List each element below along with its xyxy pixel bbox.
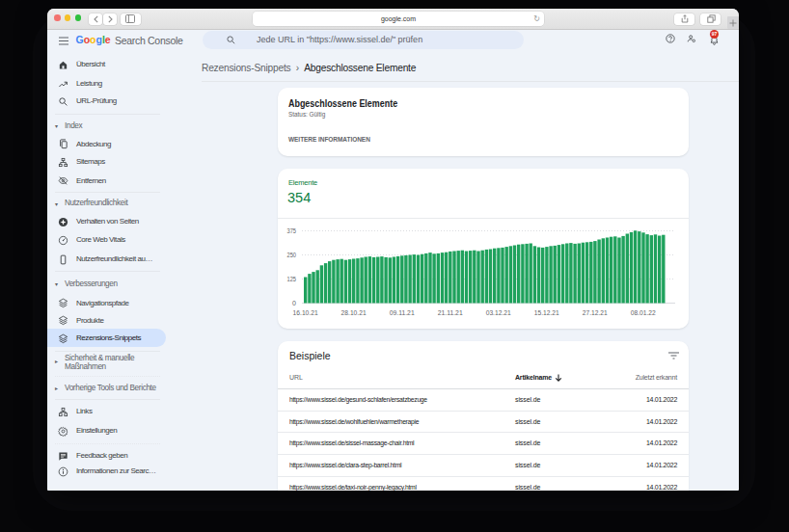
svg-text:375: 375 xyxy=(287,227,297,234)
svg-text:28.10.21: 28.10.21 xyxy=(341,309,367,316)
svg-text:03.12.21: 03.12.21 xyxy=(486,309,511,316)
svg-text:08.01.22: 08.01.22 xyxy=(631,309,656,316)
svg-text:15.12.21: 15.12.21 xyxy=(534,309,559,316)
svg-text:27.12.21: 27.12.21 xyxy=(583,309,608,316)
svg-text:125: 125 xyxy=(287,276,297,282)
svg-text:16.10.21: 16.10.21 xyxy=(293,309,318,316)
svg-text:09.11.21: 09.11.21 xyxy=(390,309,415,316)
svg-text:21.11.21: 21.11.21 xyxy=(438,309,463,316)
svg-text:250: 250 xyxy=(287,252,297,258)
svg-text:0: 0 xyxy=(292,300,296,306)
